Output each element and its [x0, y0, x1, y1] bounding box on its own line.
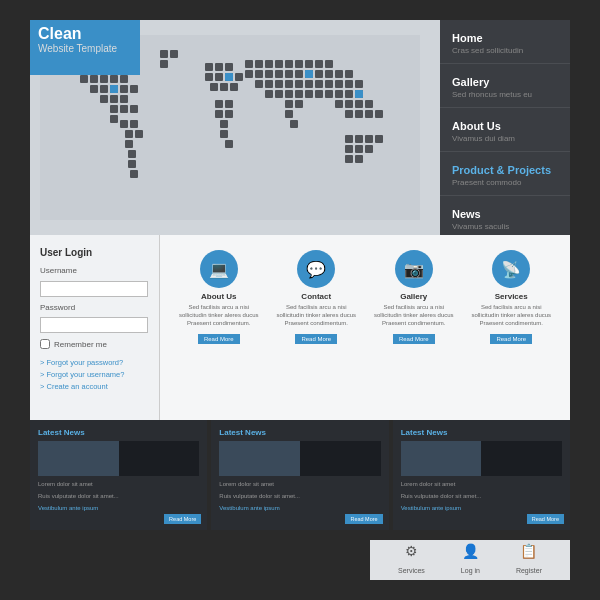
svg-rect-73 — [355, 80, 363, 88]
svg-rect-46 — [275, 60, 283, 68]
svg-rect-40 — [220, 120, 228, 128]
nav-gallery-label: Gallery — [452, 76, 558, 88]
news-2-headline: Lorem dolor sit amet — [219, 480, 380, 488]
username-label: Username — [40, 266, 149, 275]
svg-rect-69 — [315, 80, 323, 88]
username-input[interactable] — [40, 281, 148, 297]
svg-rect-93 — [355, 110, 363, 118]
news-1-img — [38, 441, 199, 476]
svg-rect-80 — [325, 90, 333, 98]
feature-gallery-label: Gallery — [374, 292, 454, 301]
svg-rect-67 — [295, 80, 303, 88]
svg-rect-86 — [285, 110, 293, 118]
forgot-username-link[interactable]: Forgot your username? — [40, 369, 149, 381]
svg-rect-61 — [335, 70, 343, 78]
nav-item-news[interactable]: News Vivamus saculis — [440, 196, 570, 240]
svg-rect-56 — [285, 70, 293, 78]
news-card-1: Latest News Lorem dolor sit amet Ruis vu… — [30, 420, 207, 530]
svg-rect-91 — [365, 100, 373, 108]
read-more-about-button[interactable]: Read More — [198, 334, 240, 344]
news-3-link[interactable]: Vestibulum ante ipsum — [401, 505, 562, 511]
svg-rect-44 — [255, 60, 263, 68]
feature-contact-label: Contact — [276, 292, 356, 301]
svg-rect-17 — [110, 95, 118, 103]
svg-rect-28 — [225, 63, 233, 71]
svg-rect-100 — [345, 145, 353, 153]
read-more-gallery-button[interactable]: Read More — [393, 334, 435, 344]
remember-row: Remember me — [40, 339, 149, 349]
svg-rect-45 — [265, 60, 273, 68]
read-more-services-button[interactable]: Read More — [490, 334, 532, 344]
login-title: User Login — [40, 247, 149, 258]
svg-rect-49 — [305, 60, 313, 68]
news-3-headline: Lorem dolor sit amet — [401, 480, 562, 488]
login-footer-icon: 👤 — [461, 543, 480, 559]
news-1-btn[interactable]: Read More — [164, 514, 201, 524]
svg-rect-51 — [325, 60, 333, 68]
nav-item-about[interactable]: About Us Vivamus dui diam — [440, 108, 570, 152]
svg-rect-20 — [120, 105, 128, 113]
footer-register[interactable]: 📋 Register — [516, 543, 542, 577]
svg-rect-81 — [335, 90, 343, 98]
feature-about: 💻 About Us Sed facilisis arcu a nisi sol… — [179, 250, 259, 345]
header-title-block: Clean Website Template — [38, 25, 117, 54]
nav-gallery-sub: Sed rhoncus metus eu — [452, 90, 558, 99]
svg-rect-98 — [365, 135, 373, 143]
svg-rect-11 — [90, 85, 98, 93]
news-1-link[interactable]: Vestibulum ante ipsum — [38, 505, 199, 511]
password-input[interactable] — [40, 317, 148, 333]
svg-rect-99 — [375, 135, 383, 143]
features-icons: 💻 About Us Sed facilisis arcu a nisi sol… — [170, 250, 560, 345]
create-account-link[interactable]: Create an account — [40, 381, 149, 393]
svg-rect-109 — [125, 140, 133, 148]
news-2-text: Ruis vulputate dolor sit amet... — [219, 492, 380, 500]
news-1-headline: Lorem dolor sit amet — [38, 480, 199, 488]
svg-rect-52 — [245, 70, 253, 78]
news-3-title: Latest News — [401, 428, 562, 437]
svg-rect-54 — [265, 70, 273, 78]
svg-rect-10 — [120, 75, 128, 83]
svg-rect-15 — [130, 85, 138, 93]
footer-login-label: Log in — [461, 567, 480, 574]
feature-about-desc: Sed facilisis arcu a nisi sollicitudin t… — [179, 304, 259, 327]
footer-services[interactable]: ⚙ Services — [398, 543, 425, 577]
svg-rect-35 — [230, 83, 238, 91]
read-more-contact-button[interactable]: Read More — [295, 334, 337, 344]
services-icon: 📡 — [492, 250, 530, 288]
svg-rect-21 — [130, 105, 138, 113]
svg-rect-95 — [375, 110, 383, 118]
svg-rect-33 — [210, 83, 218, 91]
site-title: Clean — [38, 25, 117, 43]
svg-rect-19 — [110, 105, 118, 113]
news-3-btn[interactable]: Read More — [527, 514, 564, 524]
feature-services: 📡 Services Sed facilisis arcu a nisi sol… — [471, 250, 551, 345]
svg-rect-14 — [120, 85, 128, 93]
nav-item-home[interactable]: Home Cras sed sollicitudin — [440, 20, 570, 64]
svg-rect-41 — [220, 130, 228, 138]
news-2-img-inner — [219, 441, 300, 476]
nav-item-product[interactable]: Product & Projects Praesent commodo — [440, 152, 570, 196]
feature-services-desc: Sed facilisis arcu a nisi sollicitudin t… — [471, 304, 551, 327]
news-2-btn[interactable]: Read More — [345, 514, 382, 524]
svg-rect-24 — [170, 50, 178, 58]
svg-rect-22 — [110, 115, 118, 123]
svg-rect-30 — [215, 73, 223, 81]
feature-services-label: Services — [471, 292, 551, 301]
svg-rect-85 — [295, 100, 303, 108]
news-row: Latest News Lorem dolor sit amet Ruis vu… — [30, 420, 570, 530]
forgot-password-link[interactable]: Forgot your password? — [40, 357, 149, 369]
svg-rect-115 — [305, 70, 313, 78]
svg-rect-108 — [135, 130, 143, 138]
svg-rect-47 — [285, 60, 293, 68]
svg-rect-90 — [355, 100, 363, 108]
svg-rect-16 — [100, 95, 108, 103]
nav-item-gallery[interactable]: Gallery Sed rhoncus metus eu — [440, 64, 570, 108]
remember-checkbox[interactable] — [40, 339, 50, 349]
news-2-link[interactable]: Vestibulum ante ipsum — [219, 505, 380, 511]
svg-rect-36 — [215, 100, 223, 108]
svg-rect-39 — [225, 110, 233, 118]
footer-login[interactable]: 👤 Log in — [461, 543, 480, 577]
svg-rect-72 — [345, 80, 353, 88]
svg-rect-6 — [80, 75, 88, 83]
svg-rect-87 — [290, 120, 298, 128]
